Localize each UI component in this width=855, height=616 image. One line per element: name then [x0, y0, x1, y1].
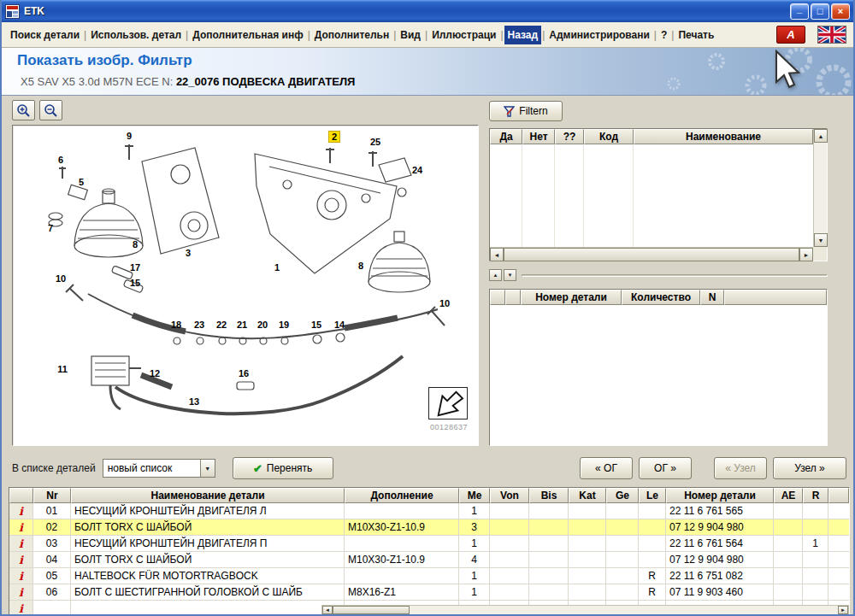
parts-row-02[interactable]: i02БОЛТ TORX С ШАЙБОЙM10X30-Z1-10.9307 1…	[9, 519, 849, 536]
column-header-9[interactable]: Le	[639, 488, 666, 503]
column-header-6[interactable]: Bis	[529, 488, 569, 503]
scroll-up-icon[interactable]: ▲	[814, 129, 828, 143]
diagram-callout-17[interactable]: 17	[130, 262, 140, 273]
column-header-0[interactable]: Да	[490, 129, 522, 144]
column-header-1[interactable]: Nr	[33, 488, 71, 503]
info-icon[interactable]: i	[9, 552, 33, 567]
hscroll-track[interactable]	[410, 606, 838, 614]
diagram-callout-5[interactable]: 5	[79, 177, 84, 187]
node-prev-button[interactable]: « Узел	[714, 457, 767, 479]
parts-row-01[interactable]: i01НЕСУЩИЙ КРОНШТЕЙН ДВИГАТЕЛЯ Л122 11 6…	[9, 503, 849, 519]
info-icon[interactable]: i	[9, 536, 33, 551]
red-catalog-icon[interactable]: A	[776, 26, 805, 44]
diagram-callout-16[interactable]: 16	[239, 368, 249, 378]
diagram-callout-8[interactable]: 8	[133, 239, 138, 249]
menu-item-2[interactable]: Использов. детал	[87, 26, 185, 44]
column-header-0[interactable]	[9, 488, 33, 503]
menu-item-9[interactable]: ?	[657, 26, 670, 44]
column-header-3[interactable]: Количество	[622, 290, 700, 305]
filter-table-body[interactable]	[490, 144, 813, 247]
filter-table-hscroll[interactable]: ◄ ►	[490, 247, 813, 261]
diagram-callout-19[interactable]: 19	[279, 320, 289, 330]
title-bar[interactable]: ETK _ □ ×	[2, 0, 853, 22]
menu-item-1[interactable]: Поиск детали	[7, 26, 83, 44]
diagram-callout-21[interactable]: 21	[237, 320, 247, 330]
info-icon[interactable]: i	[9, 519, 33, 535]
info-icon[interactable]: i	[9, 584, 33, 600]
column-header-12[interactable]: R	[803, 488, 828, 503]
dropdown-arrow-icon[interactable]: ▼	[200, 460, 215, 477]
diagram-callout-6[interactable]: 6	[58, 155, 63, 165]
column-header-1[interactable]	[505, 290, 521, 305]
column-header-2[interactable]: Наименование детали	[71, 488, 345, 503]
column-header-7[interactable]: Kat	[569, 488, 606, 503]
scroll-left-icon[interactable]: ◄	[490, 248, 504, 261]
parts-row-03[interactable]: i03НЕСУЩИЙ КРОНШТЕЙН ДВИГАТЕЛЯ П122 11 6…	[9, 536, 849, 552]
diagram-callout-18[interactable]: 18	[171, 320, 181, 330]
selected-parts-table-body[interactable]	[490, 305, 827, 445]
column-header-2[interactable]: Номер детали	[521, 290, 622, 305]
column-header-3[interactable]: Код	[584, 129, 634, 144]
splitter-up-icon[interactable]: ▲	[489, 269, 502, 281]
diagram-panel[interactable]: 9657832252418171510101823222120191514111…	[12, 125, 479, 446]
diagram-callout-15[interactable]: 15	[130, 278, 140, 288]
diagram-callout-10[interactable]: 10	[439, 298, 450, 308]
maximize-button[interactable]: □	[811, 3, 829, 20]
diagram-callout-23[interactable]: 23	[194, 320, 204, 330]
close-button[interactable]: ×	[831, 3, 850, 20]
zoom-out-button[interactable]	[39, 100, 62, 120]
diagram-callout-22[interactable]: 22	[216, 320, 227, 330]
parts-row-04[interactable]: i04БОЛТ TORX С ШАЙБОЙM10X30-Z1-10.9407 1…	[9, 552, 849, 568]
hscroll-thumb[interactable]	[504, 248, 799, 261]
menu-item-3[interactable]: Дополнительная инф	[189, 26, 307, 44]
diagram-callout-24[interactable]: 24	[412, 165, 422, 175]
parts-row-05[interactable]: i05HALTEBOCK FÜR MOTORTRAGBOCK1R22 11 6 …	[9, 568, 849, 584]
og-next-button[interactable]: ОГ »	[639, 457, 692, 479]
diagram-callout-13[interactable]: 13	[189, 396, 199, 407]
apply-button[interactable]: ✔ Перенять	[233, 457, 333, 479]
diagram-callout-15[interactable]: 15	[311, 320, 321, 330]
filter-table-vscroll[interactable]: ▲ ▼	[813, 129, 827, 247]
diagram-callout-2[interactable]: 2	[328, 131, 340, 143]
column-header-4[interactable]: Наименование	[634, 129, 813, 144]
menu-item-5[interactable]: Вид	[397, 26, 424, 44]
menu-item-8[interactable]: Администрировани	[545, 26, 653, 44]
scroll-right-icon[interactable]: ►	[838, 606, 848, 614]
info-icon[interactable]: i	[9, 601, 33, 616]
diagram-callout-14[interactable]: 14	[334, 320, 345, 330]
splitter-down-icon[interactable]: ▼	[504, 269, 516, 281]
scroll-down-icon[interactable]: ▼	[814, 233, 828, 247]
scroll-left-icon[interactable]: ◄	[322, 606, 333, 614]
column-header-2[interactable]: ??	[555, 129, 584, 144]
column-header-4[interactable]: Me	[459, 488, 490, 503]
diagram-callout-3[interactable]: 3	[186, 248, 191, 258]
parts-table-hscroll[interactable]: ◄ ►	[321, 605, 849, 615]
column-header-3[interactable]: Дополнение	[345, 488, 459, 503]
minimize-button[interactable]: _	[790, 3, 809, 20]
column-header-1[interactable]: Нет	[522, 129, 555, 144]
uk-flag-icon[interactable]	[817, 26, 846, 44]
hscroll-thumb[interactable]	[333, 606, 410, 614]
panel-splitter[interactable]: ▲ ▼	[489, 267, 828, 284]
filtern-button[interactable]: Filtern	[489, 101, 563, 121]
diagram-callout-8[interactable]: 8	[358, 261, 363, 271]
column-header-4[interactable]: N	[700, 290, 724, 305]
menu-item-7[interactable]: Назад	[504, 26, 542, 44]
diagram-callout-9[interactable]: 9	[127, 131, 132, 141]
parts-row-06[interactable]: i06БОЛТ С ШЕСТИГРАННОЙ ГОЛОВКОЙ С ШАЙБM8…	[9, 584, 849, 601]
node-next-button[interactable]: Узел »	[773, 457, 846, 479]
column-header-11[interactable]: AE	[774, 488, 803, 503]
column-header-10[interactable]: Номер детали	[666, 488, 774, 503]
diagram-callout-11[interactable]: 11	[57, 364, 68, 374]
menu-item-10[interactable]: Печать	[675, 26, 717, 44]
diagram-callout-1[interactable]: 1	[274, 262, 280, 273]
scroll-right-icon[interactable]: ►	[799, 248, 813, 261]
column-header-0[interactable]	[490, 290, 505, 305]
column-header-5[interactable]: Von	[490, 488, 529, 503]
diagram-callout-25[interactable]: 25	[370, 137, 380, 147]
info-icon[interactable]: i	[9, 503, 33, 519]
diagram-callout-10[interactable]: 10	[56, 273, 66, 284]
list-select[interactable]: новый список ▼	[103, 459, 215, 478]
menu-item-6[interactable]: Иллюстраци	[428, 26, 499, 44]
info-icon[interactable]: i	[9, 568, 33, 584]
